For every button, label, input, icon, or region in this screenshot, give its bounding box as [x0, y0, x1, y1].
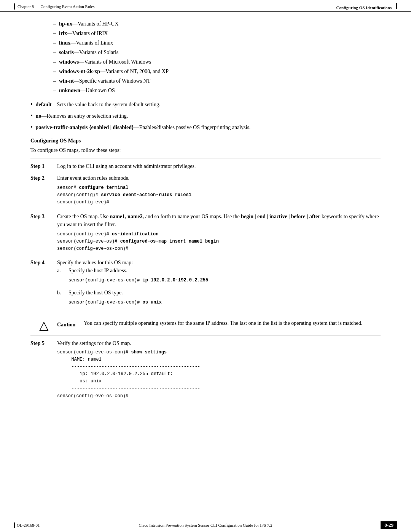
footer-bar-icon [14, 522, 15, 528]
caution-icon-col: △ [30, 319, 57, 331]
bullet-icon: • [30, 111, 33, 120]
header-chapter-title: Configuring Event Action Rules [41, 4, 95, 9]
step-5-row: Step 5 Verify the settings for the OS ma… [30, 339, 381, 401]
step-3-text: Create the OS map. Use name1, name2, and… [57, 212, 381, 228]
footer-center: Cisco Intrusion Prevention System Sensor… [139, 523, 272, 527]
header-chapter: Chapter 8 [18, 4, 34, 9]
caution-triangle-icon: △ [39, 319, 49, 331]
list-item: • passive-traffic-analysis {enabled | di… [30, 123, 381, 132]
dash-icon: – [53, 48, 56, 56]
page-footer: OL-29168-01 Cisco Intrusion Prevention S… [0, 518, 411, 532]
item-text: passive-traffic-analysis {enabled | disa… [36, 123, 251, 131]
header-left: Chapter 8 Configuring Event Action Rules [14, 3, 95, 10]
step-2-label: Step 2 [30, 174, 57, 182]
footer-doc-id: OL-29168-01 [17, 523, 40, 527]
item-text: unknown—Unknown OS [59, 86, 115, 94]
section-intro: To configure OS maps, follow these steps… [30, 146, 381, 154]
item-text: solaris—Variants of Solaris [59, 48, 118, 56]
step-1-content: Log in to the CLI using an account with … [57, 162, 381, 170]
item-text: hp-ux—Variants of HP-UX [59, 20, 118, 28]
list-item: – win-nt—Specific variants of Windows NT [53, 77, 381, 85]
step-3-code: sensor(config-eve)# os-identification se… [57, 231, 219, 253]
code-text: sensor(config-eve)# os-identification [57, 232, 158, 237]
main-content: – hp-ux—Variants of HP-UX – irix—Variant… [0, 12, 411, 428]
step-5-label: Step 5 [30, 339, 57, 347]
footer-left: OL-29168-01 [14, 522, 40, 528]
step-3-label: Step 3 [30, 212, 57, 220]
step-4-text: Specify the values for this OS map: [57, 259, 381, 267]
dash-icon: – [53, 86, 56, 94]
list-item: • default—Sets the value back to the sys… [30, 100, 381, 109]
list-item: – hp-ux—Variants of HP-UX [53, 20, 381, 28]
code-text: sensor# configure terminal [57, 185, 128, 190]
step-2-row: Step 2 Enter event action rules submode.… [30, 174, 381, 209]
sub-step-b-content: Specify the host OS type. sensor(config-… [68, 289, 381, 308]
footer-center-text: Cisco Intrusion Prevention System Sensor… [139, 523, 272, 527]
step-5-text: Verify the settings for the OS map. [57, 339, 381, 347]
caution-text: You can specify multiple operating syste… [84, 319, 381, 328]
list-item: – irix—Variants of IRIX [53, 29, 381, 37]
page-header: Chapter 8 Configuring Event Action Rules… [0, 0, 411, 12]
sub-step-a: a. Specify the host IP address. sensor(c… [57, 267, 381, 286]
section-heading: Configuring OS Maps [30, 138, 381, 144]
list-item: – windows—Variants of Microsoft Windows [53, 58, 381, 66]
item-text: win-nt—Specific variants of Windows NT [59, 77, 150, 85]
header-right: Configuring OS Identifications [336, 3, 397, 10]
step-1-label: Step 1 [30, 162, 57, 170]
code-text: sensor(config-eve)# [57, 200, 109, 205]
header-bar-icon [14, 3, 15, 10]
caution-box: △ Caution You can specify multiple opera… [30, 315, 381, 335]
code-text: sensor(config-eve-os-con)# [57, 246, 128, 251]
caution-label: Caution [57, 319, 84, 329]
list-item: – unknown—Unknown OS [53, 86, 381, 94]
item-text: default—Sets the value back to the syste… [36, 101, 161, 109]
bullet-icon: • [30, 100, 33, 109]
sub-step-a-label: a. [57, 267, 68, 275]
list-item: • no—Removes an entry or selection setti… [30, 111, 381, 120]
item-text: no—Removes an entry or selection setting… [36, 112, 128, 120]
step-2-code: sensor# configure terminal sensor(config… [57, 184, 191, 206]
step-4-row: Step 4 Specify the values for this OS ma… [30, 259, 381, 311]
dash-icon: – [53, 77, 56, 85]
dash-icon: – [53, 67, 56, 75]
dot-bullet-list: • default—Sets the value back to the sys… [30, 100, 381, 132]
list-item: – linux—Variants of Linux [53, 39, 381, 47]
list-item: – solaris—Variants of Solaris [53, 48, 381, 56]
dash-bullet-list: – hp-ux—Variants of HP-UX – irix—Variant… [53, 20, 381, 94]
step-5-code: sensor(config-eve-os-con)# show settings… [57, 349, 200, 400]
item-text: irix—Variants of IRIX [59, 29, 108, 37]
item-text: windows—Variants of Microsoft Windows [59, 58, 151, 66]
dash-icon: – [53, 39, 56, 47]
list-item: – windows-nt-2k-xp—Variants of NT, 2000,… [53, 67, 381, 75]
header-section-title: Configuring OS Identifications [336, 5, 392, 10]
sub-step-a-code: sensor(config-eve-os-con)# ip 192.0.2.0-… [68, 277, 381, 284]
steps-area: Step 1 Log in to the CLI using an accoun… [30, 158, 381, 401]
item-text: linux—Variants of Linux [59, 39, 113, 47]
footer-page-number: 8-29 [381, 521, 397, 529]
bullet-icon: • [30, 123, 33, 132]
sub-step-b-code: sensor(config-eve-os-con)# os unix [68, 299, 381, 306]
dash-icon: – [53, 20, 56, 28]
sub-step-b-label: b. [57, 289, 68, 297]
page: Chapter 8 Configuring Event Action Rules… [0, 0, 411, 532]
sub-step-a-content: Specify the host IP address. sensor(conf… [68, 267, 381, 286]
header-right-bar-icon [396, 3, 397, 9]
step-1-row: Step 1 Log in to the CLI using an accoun… [30, 162, 381, 170]
item-text: windows-nt-2k-xp—Variants of NT, 2000, a… [59, 67, 169, 75]
step-4-label: Step 4 [30, 259, 57, 267]
sub-step-b: b. Specify the host OS type. sensor(conf… [57, 289, 381, 308]
code-text: sensor(config-eve-os)# configured-os-map… [57, 239, 219, 244]
dash-icon: – [53, 58, 56, 66]
step-2-text: Enter event action rules submode. [57, 174, 381, 182]
dash-icon: – [53, 29, 56, 37]
code-text: sensor(config)# service event-action-rul… [57, 192, 191, 198]
step-3-row: Step 3 Create the OS map. Use name1, nam… [30, 212, 381, 255]
